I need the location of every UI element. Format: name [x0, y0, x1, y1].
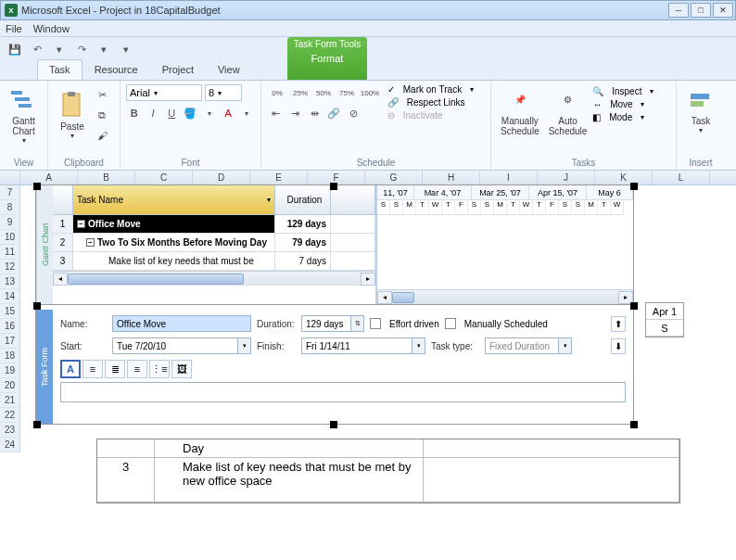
menu-file[interactable]: File [6, 23, 22, 34]
col-header[interactable]: D [193, 171, 250, 185]
menu-window[interactable]: Window [33, 23, 70, 34]
resize-handle[interactable] [330, 421, 337, 428]
task-insert-button[interactable]: Task ▾ [682, 83, 719, 136]
align-right-icon[interactable]: ≡ [127, 360, 147, 378]
row-header[interactable]: 24 [0, 438, 20, 452]
row-header[interactable]: 21 [0, 393, 20, 408]
gantt-row[interactable]: 2 −Two To Six Months Before Moving Day 7… [53, 234, 375, 252]
task-type-combo[interactable]: Fixed Duration [485, 337, 559, 354]
next-task-icon[interactable]: ⬇ [611, 338, 626, 354]
col-header[interactable]: A [20, 171, 78, 185]
gantt-vertical-tab[interactable]: Gantt Chart [36, 185, 53, 304]
task-form-pane[interactable]: Task Form Name: Office Move Duration: 12… [35, 310, 634, 425]
inactivate-button[interactable]: ⊖ Inactivate [387, 110, 474, 121]
chevron-down-icon[interactable]: ▾ [201, 105, 217, 121]
move-button[interactable]: ↔ Move ▾ [592, 99, 654, 109]
close-button[interactable]: ✕ [713, 3, 733, 18]
scroll-thumb[interactable] [68, 274, 244, 285]
link-icon[interactable]: 🔗 [325, 105, 342, 121]
row-header[interactable]: 9 [0, 215, 20, 230]
prev-task-icon[interactable]: ⬆ [611, 316, 626, 332]
manually-scheduled-checkbox[interactable] [445, 318, 456, 329]
qat-customize-icon[interactable]: ▾ [117, 41, 135, 57]
tab-task[interactable]: Task [37, 59, 82, 80]
resize-handle[interactable] [630, 183, 638, 190]
chevron-down-icon[interactable]: ▾ [267, 196, 271, 204]
col-header[interactable]: E [250, 171, 308, 185]
task-form-vertical-tab[interactable]: Task Form [36, 310, 53, 424]
pct-0-button[interactable]: 0% [267, 84, 287, 101]
tab-project[interactable]: Project [150, 59, 206, 80]
fragment-cell[interactable]: 3 [97, 458, 155, 502]
select-all-corner[interactable] [0, 171, 20, 185]
scroll-thumb[interactable] [392, 292, 414, 303]
mode-button[interactable]: ◧ Mode ▾ [592, 112, 654, 122]
scroll-left-icon[interactable]: ◂ [377, 291, 392, 304]
resize-handle[interactable] [33, 183, 41, 190]
gantt-taskname-header[interactable]: Task Name ▾ [73, 185, 275, 215]
redo-icon[interactable]: ↷ [72, 41, 91, 57]
row-header[interactable]: 17 [0, 334, 20, 349]
spinner-icon[interactable]: ⇅ [351, 315, 364, 332]
fragment-cell[interactable] [424, 458, 679, 502]
start-input[interactable]: Tue 7/20/10 [112, 337, 238, 354]
fragment-cell[interactable]: Make list of key needs that must be met … [155, 458, 424, 502]
gantt-left-scrollbar[interactable]: ◂ ▸ [53, 271, 375, 286]
tab-view[interactable]: View [206, 59, 252, 80]
duration-input[interactable]: 129 days [301, 315, 351, 332]
col-header[interactable]: J [538, 171, 595, 185]
row-header[interactable]: 14 [0, 289, 20, 304]
col-header[interactable]: H [423, 171, 480, 185]
font-size-combo[interactable]: 8▾ [205, 84, 242, 101]
collapse-icon[interactable]: − [86, 238, 95, 247]
gantt-row[interactable]: 1 −Office Move 129 days [53, 215, 375, 234]
finish-input[interactable]: Fri 1/14/11 [301, 337, 412, 354]
auto-schedule-button[interactable]: ⚙ Auto Schedule [545, 83, 591, 138]
row-header[interactable]: 11 [0, 245, 20, 260]
bullets-icon[interactable]: ⋮≡ [149, 360, 170, 378]
scroll-right-icon[interactable]: ▸ [361, 273, 375, 286]
col-header[interactable]: L [653, 171, 710, 185]
fragment-cell[interactable] [424, 439, 679, 457]
col-header[interactable]: B [78, 171, 135, 185]
col-header[interactable]: I [480, 171, 538, 185]
resize-handle[interactable] [630, 302, 638, 310]
align-left-icon[interactable]: ≡ [82, 360, 103, 378]
gantt-chart-button[interactable]: Gantt Chart ▾ [6, 83, 42, 146]
italic-button[interactable]: I [145, 105, 160, 121]
maximize-button[interactable]: □ [691, 3, 711, 18]
effort-driven-checkbox[interactable] [370, 318, 381, 329]
fragment-cell[interactable] [97, 439, 155, 457]
fragment-cell[interactable]: Day [155, 439, 424, 457]
redo-dropdown-icon[interactable]: ▾ [95, 41, 113, 57]
resize-handle[interactable] [330, 183, 337, 190]
insert-object-icon[interactable]: 🖼 [171, 360, 192, 378]
chevron-down-icon[interactable]: ▾ [238, 337, 251, 354]
respect-links-button[interactable]: 🔗 Respect Links [387, 97, 474, 108]
font-color-icon[interactable]: A [220, 105, 235, 121]
unlink-icon[interactable]: ⊘ [345, 105, 362, 121]
row-header[interactable]: 16 [0, 319, 20, 334]
notes-textarea[interactable] [60, 382, 626, 402]
font-button[interactable]: A [60, 360, 81, 378]
mark-on-track-button[interactable]: ✓ Mark on Track ▾ [387, 84, 474, 95]
row-header[interactable]: 23 [0, 423, 20, 438]
row-header[interactable]: 18 [0, 349, 20, 363]
format-painter-icon[interactable]: 🖌 [94, 127, 110, 144]
undo-dropdown-icon[interactable]: ▾ [50, 41, 69, 57]
outdent-icon[interactable]: ⇤ [267, 105, 284, 121]
pct-100-button[interactable]: 100% [360, 84, 380, 101]
resize-handle[interactable] [630, 421, 638, 428]
resize-handle[interactable] [33, 421, 41, 428]
row-header[interactable]: 22 [0, 408, 20, 423]
resize-handle[interactable] [33, 302, 41, 310]
chevron-down-icon[interactable]: ▾ [239, 105, 255, 121]
tab-format[interactable]: Format [287, 53, 367, 64]
font-name-combo[interactable]: Arial▾ [126, 84, 202, 101]
gantt-right-scrollbar[interactable]: ◂ ▸ [377, 289, 633, 304]
row-header[interactable]: 13 [0, 274, 20, 289]
gantt-timeline[interactable]: 11, '07 Mar 4, '07 Mar 25, '07 Apr 15, '… [375, 185, 633, 304]
gantt-chart-pane[interactable]: Gantt Chart Task Name ▾ Duration 1 −Offi… [35, 185, 634, 305]
indent-icon[interactable]: ⇥ [286, 105, 303, 121]
row-header[interactable]: 19 [0, 363, 20, 378]
